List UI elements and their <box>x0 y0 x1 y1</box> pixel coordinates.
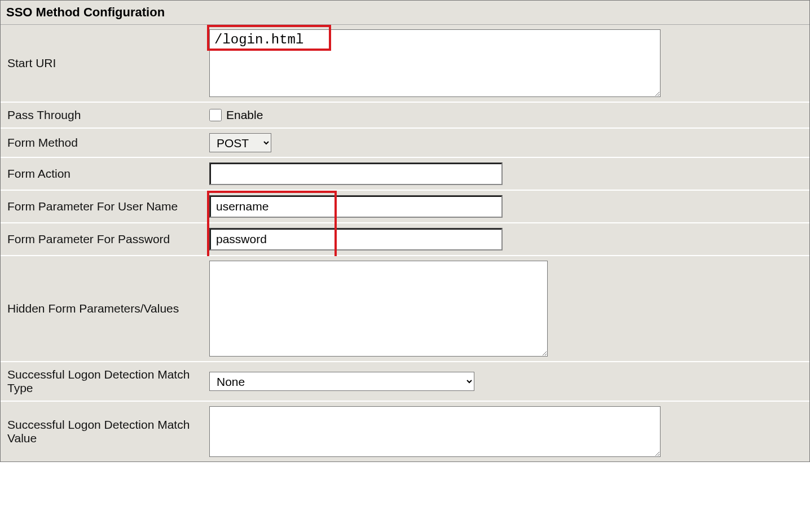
row-match-type: Successful Logon Detection Match Type No… <box>1 362 809 402</box>
cell-match-type: None <box>204 362 809 401</box>
cell-form-method: POST <box>204 129 809 157</box>
label-param-pass: Form Parameter For Password <box>1 223 204 255</box>
label-param-user: Form Parameter For User Name <box>1 191 204 222</box>
cell-match-value <box>204 402 809 461</box>
row-form-method: Form Method POST <box>1 129 809 158</box>
label-pass-through: Pass Through <box>1 103 204 127</box>
row-start-uri: Start URI <box>1 25 809 103</box>
start-uri-textarea[interactable] <box>209 29 661 97</box>
form-action-input[interactable] <box>209 162 503 185</box>
cell-start-uri <box>204 25 809 102</box>
pass-through-checkbox-label: Enable <box>226 108 263 122</box>
cell-hidden-params <box>204 256 809 361</box>
label-form-action: Form Action <box>1 158 204 190</box>
label-start-uri: Start URI <box>1 25 204 102</box>
pass-through-checkbox[interactable] <box>209 109 222 121</box>
row-match-value: Successful Logon Detection Match Value <box>1 402 809 461</box>
label-form-method: Form Method <box>1 129 204 157</box>
cell-form-action <box>204 158 809 190</box>
section-title: SSO Method Configuration <box>1 1 809 25</box>
sso-config-panel: SSO Method Configuration Start URI Pass … <box>0 0 810 462</box>
row-param-user: Form Parameter For User Name <box>1 191 809 223</box>
pass-through-checkbox-wrap[interactable]: Enable <box>209 108 263 122</box>
row-form-action: Form Action <box>1 158 809 191</box>
match-value-textarea[interactable] <box>209 406 661 457</box>
param-rows-holder: Form Parameter For User Name Form Parame… <box>1 191 809 256</box>
form-method-select[interactable]: POST <box>209 133 271 152</box>
param-pass-input[interactable] <box>209 228 503 250</box>
match-type-select[interactable]: None <box>209 372 474 391</box>
label-match-value: Successful Logon Detection Match Value <box>1 402 204 461</box>
label-match-type: Successful Logon Detection Match Type <box>1 362 204 401</box>
cell-param-user <box>204 191 809 222</box>
cell-param-pass <box>204 223 809 255</box>
param-user-input[interactable] <box>209 195 503 218</box>
row-pass-through: Pass Through Enable <box>1 103 809 129</box>
hidden-params-textarea[interactable] <box>209 261 548 357</box>
row-hidden-params: Hidden Form Parameters/Values <box>1 256 809 362</box>
row-param-pass: Form Parameter For Password <box>1 223 809 256</box>
cell-pass-through: Enable <box>204 103 809 127</box>
label-hidden-params: Hidden Form Parameters/Values <box>1 256 204 361</box>
